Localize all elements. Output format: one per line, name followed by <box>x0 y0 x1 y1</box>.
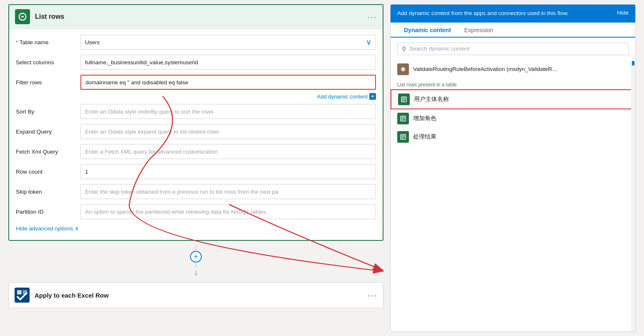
dynamic-list: ValidateRoutingRuleBeforeActivation (msd… <box>391 60 635 331</box>
chevron-down-icon: ∨ <box>366 38 371 47</box>
section-label: List rows present in a table <box>391 78 635 89</box>
card-menu-button[interactable]: ··· <box>367 12 377 22</box>
tab-expression[interactable]: Expression <box>458 23 500 37</box>
add-role-label: 增加角色 <box>413 115 436 122</box>
user-principal-label: 用户主体名称 <box>414 96 449 103</box>
apply-icon <box>15 288 30 303</box>
dynamic-panel: Add dynamic content from the apps and co… <box>390 4 636 332</box>
dynamic-item-add-role[interactable]: 增加角色 <box>391 109 635 128</box>
dynamic-panel-header: Add dynamic content from the apps and co… <box>391 5 635 23</box>
partition-id-label: Partition ID <box>16 209 80 215</box>
skip-token-label: Skip token <box>16 189 80 195</box>
fetch-xml-label: Fetch Xml Query <box>16 149 80 155</box>
card-header: List rows ··· <box>9 5 383 29</box>
dynamic-link-row: Add dynamic content + <box>9 92 383 101</box>
row-count-label: Row count <box>16 169 80 175</box>
expand-query-input[interactable] <box>80 124 376 139</box>
partition-id-row: Partition ID <box>9 202 383 222</box>
svg-marker-16 <box>632 65 634 66</box>
search-icon: ⚲ <box>402 45 406 52</box>
add-step-button[interactable]: + <box>190 251 202 263</box>
row-count-input[interactable] <box>80 164 376 179</box>
validate-routing-label: ValidateRoutingRuleBeforeActivation (msd… <box>413 66 557 72</box>
dynamic-tabs: Dynamic content Expression <box>391 23 635 38</box>
down-arrow-icon: ↓ <box>194 268 198 277</box>
skip-token-input[interactable] <box>80 184 376 199</box>
svg-point-3 <box>401 67 405 71</box>
connector-line-bottom <box>195 263 196 268</box>
connector-line-top <box>195 246 196 250</box>
hide-advanced-link[interactable]: Hide advanced options ∧ <box>16 225 376 232</box>
partition-id-input[interactable] <box>80 204 376 219</box>
table-name-row: Table name Users ∨ <box>9 32 383 52</box>
fetch-xml-input[interactable] <box>80 144 376 159</box>
apply-card-menu-button[interactable]: ··· <box>368 291 377 300</box>
scroll-up-arrow[interactable] <box>632 61 634 66</box>
validate-routing-icon <box>397 63 409 75</box>
search-input[interactable] <box>409 45 624 52</box>
plus-icon: + <box>194 253 198 261</box>
fetch-xml-row: Fetch Xml Query <box>9 141 383 162</box>
sort-by-row: Sort By <box>9 101 383 121</box>
tab-dynamic-content[interactable]: Dynamic content <box>397 23 458 38</box>
add-role-icon <box>397 113 409 124</box>
list-rows-card: List rows ··· Table name Users ∨ Select … <box>8 4 383 241</box>
svg-rect-1 <box>17 290 22 295</box>
apply-each-card: Apply to each Excel Row ··· <box>8 282 383 308</box>
sort-by-input[interactable] <box>80 104 376 119</box>
select-columns-row: Select columns <box>9 52 383 72</box>
user-principal-icon <box>398 93 410 105</box>
process-result-icon <box>397 131 409 143</box>
right-panel: Add dynamic content from the apps and co… <box>390 4 636 332</box>
dynamic-item-validate[interactable]: ValidateRoutingRuleBeforeActivation (msd… <box>391 60 635 78</box>
skip-token-row: Skip token <box>9 182 383 202</box>
add-dynamic-content-label: Add dynamic content <box>317 93 368 100</box>
process-result-label: 处理结果 <box>413 133 436 141</box>
dynamic-item-user-principal[interactable]: 用户主体名称 <box>391 89 635 109</box>
left-panel: List rows ··· Table name Users ∨ Select … <box>8 4 383 332</box>
filter-input-container <box>80 75 376 90</box>
filter-rows-label: Filter rows <box>16 79 80 86</box>
connector-area: + ↓ <box>8 244 383 279</box>
hide-options-row: Hide advanced options ∧ <box>9 222 383 237</box>
hide-button[interactable]: Hide <box>617 10 629 16</box>
apply-card-title: Apply to each Excel Row <box>35 292 368 299</box>
filter-rows-input[interactable] <box>80 75 376 90</box>
sort-by-label: Sort By <box>16 109 80 115</box>
add-dynamic-plus-icon: + <box>369 93 376 100</box>
filter-rows-row: Filter rows <box>9 72 383 92</box>
apply-card-header: Apply to each Excel Row ··· <box>9 283 383 308</box>
select-columns-input[interactable] <box>80 55 376 70</box>
hide-advanced-label: Hide advanced options <box>16 225 73 232</box>
select-columns-label: Select columns <box>16 59 80 66</box>
chevron-up-icon: ∧ <box>75 225 79 232</box>
table-name-value: Users <box>85 39 100 45</box>
card-title: List rows <box>35 13 367 20</box>
search-box: ⚲ <box>397 43 629 55</box>
scrollbar[interactable] <box>631 60 635 331</box>
dynamic-item-process-result[interactable]: 处理结果 <box>391 128 635 146</box>
expand-query-row: Expand Query <box>9 121 383 141</box>
add-dynamic-content-link[interactable]: Add dynamic content + <box>317 93 376 100</box>
table-name-label: Table name <box>16 39 80 45</box>
row-count-row: Row count <box>9 162 383 182</box>
table-name-select[interactable]: Users ∨ <box>80 35 376 50</box>
expand-query-label: Expand Query <box>16 129 80 135</box>
dynamic-header-text: Add dynamic content from the apps and co… <box>397 10 569 18</box>
card-body: Table name Users ∨ Select columns Filter… <box>9 29 383 240</box>
card-icon <box>15 9 30 24</box>
